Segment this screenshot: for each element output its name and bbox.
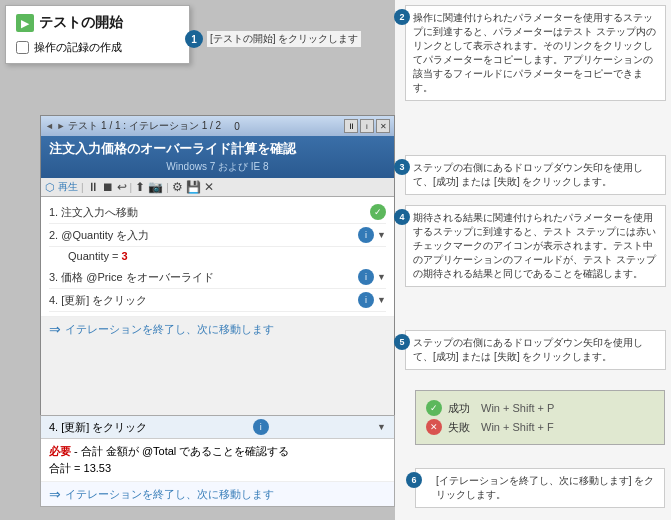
start-icon: ▶ [16,14,34,32]
close-btn[interactable]: ✕ [376,119,390,133]
step-4-status: i [358,292,374,308]
nav-arrows[interactable]: ◄ ► [45,121,65,131]
test-start-card: ▶ テストの開始 操作の記録の作成 [5,5,190,64]
callout1-group: 1 [テストの開始] をクリックします [185,30,361,48]
step-2-arrow[interactable]: ▼ [377,230,386,240]
annotation-6-num: 6 [406,472,422,488]
step-4: 4. [更新] をクリック i ▼ [49,289,386,312]
info-btn[interactable]: i [360,119,374,133]
step-2-status: i [358,227,374,243]
callout-1: 1 [185,30,203,48]
toolbar-gear-icon[interactable]: ⚙ [172,180,183,194]
app-toolbar: ⬡ 再生 | ⏸ ⏹ ↩ | ⬆ 📷 | ⚙ 💾 ✕ [41,178,394,197]
quantity-value: 3 [122,250,128,262]
fail-shortcut: Win + Shift + F [481,421,554,433]
bottom-step-icon: i [253,419,269,435]
steps-container: 1. 注文入力へ移動 ✓ 2. @Quantity を入力 i ▼ Quanti… [41,197,394,316]
iteration-link-icon: ⇒ [49,321,61,337]
annotation-4: 4 期待される結果に関連付けられたパラメーターを使用するステップに到達すると、テ… [405,205,666,287]
step-3-arrow[interactable]: ▼ [377,272,386,282]
fail-icon: ✕ [426,419,442,435]
step-3-status: i [358,269,374,285]
pause-btn[interactable]: ⏸ [344,119,358,133]
bottom-step-label: 4. [更新] をクリック [49,420,147,435]
checkbox-row: 操作の記録の作成 [16,40,179,55]
bottom-expansion: 4. [更新] をクリック i ▼ 必要 - 合計 金額が @Total である… [40,415,395,507]
bottom-iteration-icon: ⇒ [49,486,61,502]
toolbar-back-icon[interactable]: ↩ [117,180,127,194]
bottom-step-arrow[interactable]: ▼ [377,422,386,432]
callout1-hint: [テストの開始] をクリックします [207,31,361,47]
annotation-2-num: 2 [394,9,410,25]
success-row: ✓ 成功 Win + Shift + P [426,400,654,416]
app-header-title: 注文入力価格のオーバーライド計算を確認 [49,140,386,158]
success-label[interactable]: 成功 [448,401,470,416]
step-3-text: 3. 価格 @Price をオーバーライド [49,270,358,285]
step-1-status: ✓ [370,204,386,220]
app-header-subtitle: Windows 7 および IE 8 [49,160,386,174]
fail-row: ✕ 失敗 Win + Shift + F [426,419,654,435]
step-1-text: 1. 注文入力へ移動 [49,205,370,220]
app-titlebar: ◄ ► テスト 1 / 1 : イテレーション 1 / 2 0 ⏸ i ✕ [41,116,394,136]
toolbar-pause-icon[interactable]: ⏸ [87,180,99,194]
iteration-link-bottom[interactable]: ⇒ イテレーションを終了し、次に移動します [41,481,394,506]
annotation-6-text: [イテレーションを終了し、次に移動します] をクリックします。 [436,475,654,500]
titlebar-label: テスト 1 / 1 : イテレーション 1 / 2 [68,119,221,133]
app-header: 注文入力価格のオーバーライド計算を確認 Windows 7 および IE 8 [41,136,394,178]
titlebar-controls: ⏸ i ✕ [344,119,390,133]
fail-label[interactable]: 失敗 [448,420,470,435]
annotation-4-num: 4 [394,209,410,225]
bottom-content: 必要 - 合計 金額が @Total であることを確認する 合計 = 13.53 [41,439,394,481]
titlebar-left: ◄ ► テスト 1 / 1 : イテレーション 1 / 2 0 [45,119,240,133]
bottom-required-row: 必要 - 合計 金額が @Total であることを確認する [49,444,386,459]
annotation-2: 2 操作に関連付けられたパラメーターを使用するステップに到達すると、パラメーター… [405,5,666,101]
annotation-5-num: 5 [394,334,410,350]
play-icon: ⬡ [45,181,55,194]
step-3: 3. 価格 @Price をオーバーライド i ▼ [49,266,386,289]
annotation-6: 6 [イテレーションを終了し、次に移動します] をクリックします。 [415,468,665,508]
quantity-label: Quantity = [57,250,122,262]
bottom-iteration-text: イテレーションを終了し、次に移動します [65,487,274,502]
titlebar-counter: 0 [234,121,240,132]
success-icon: ✓ [426,400,442,416]
annotation-2-text: 操作に関連付けられたパラメーターを使用するステップに到達すると、パラメーターはテ… [413,12,656,93]
step-2: 2. @Quantity を入力 i ▼ [49,224,386,247]
toolbar-up-icon[interactable]: ⬆ [135,180,145,194]
toolbar-save-icon[interactable]: 💾 [186,180,201,194]
iteration-link-text: イテレーションを終了し、次に移動します [65,322,274,337]
toolbar-close-icon[interactable]: ✕ [204,180,214,194]
required-text: - 合計 金額が @Total であることを確認する [74,445,289,457]
annotation-4-text: 期待される結果に関連付けられたパラメーターを使用するステップに到達すると、テスト… [413,212,656,279]
step-4-arrow[interactable]: ▼ [377,295,386,305]
bottom-total: 合計 = 13.53 [49,461,386,476]
card-title: ▶ テストの開始 [16,14,179,32]
annotation-3-text: ステップの右側にあるドロップダウン矢印を使用して、[成功] または [失敗] を… [413,162,643,187]
success-shortcut: Win + Shift + P [481,402,554,414]
iteration-link-top[interactable]: ⇒ イテレーションを終了し、次に移動します [41,316,394,341]
required-label: 必要 [49,445,71,457]
annotation-3: 3 ステップの右側にあるドロップダウン矢印を使用して、[成功] または [失敗]… [405,155,666,195]
card-title-text: テストの開始 [39,14,123,32]
bottom-step-row: 4. [更新] をクリック i ▼ [41,416,394,439]
annotation-3-num: 3 [394,159,410,175]
play-label[interactable]: 再生 [58,180,78,194]
step-2-text: 2. @Quantity を入力 [49,228,358,243]
record-checkbox[interactable] [16,41,29,54]
result-buttons: ✓ 成功 Win + Shift + P ✕ 失敗 Win + Shift + … [415,390,665,445]
step-1: 1. 注文入力へ移動 ✓ [49,201,386,224]
quantity-row: Quantity = 3 [49,247,386,266]
toolbar-stop-icon[interactable]: ⏹ [102,180,114,194]
toolbar-photo-icon[interactable]: 📷 [148,180,163,194]
annotation-5-text: ステップの右側にあるドロップダウン矢印を使用して、[成功] または [失敗] を… [413,337,643,362]
annotation-5: 5 ステップの右側にあるドロップダウン矢印を使用して、[成功] または [失敗]… [405,330,666,370]
step-4-text: 4. [更新] をクリック [49,293,358,308]
checkbox-label: 操作の記録の作成 [34,40,122,55]
